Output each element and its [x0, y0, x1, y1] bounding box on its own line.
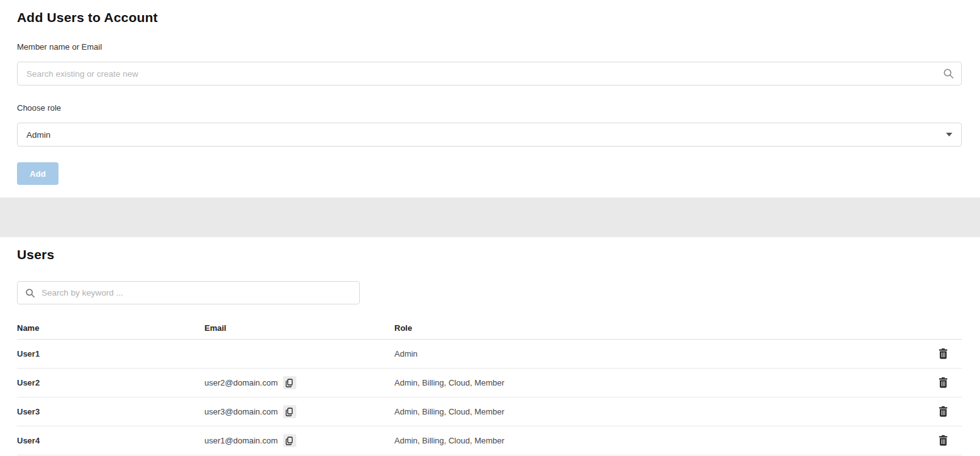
table-header-row: Name Email Role: [17, 317, 962, 340]
user-name: User3: [17, 407, 204, 416]
copy-icon: [286, 437, 294, 445]
table-row: User4 user1@domain.com Admin, Billing, C…: [17, 426, 962, 455]
user-email-cell: user1@domain.com: [204, 434, 394, 447]
header-role: Role: [394, 323, 924, 333]
delete-user-button[interactable]: [937, 434, 949, 447]
user-name: User2: [17, 378, 204, 387]
user-role: Admin, Billing, Cloud, Member: [394, 436, 924, 445]
header-name: Name: [17, 323, 204, 333]
chevron-down-icon: [946, 133, 952, 136]
copy-icon: [286, 408, 294, 416]
page-title: Add Users to Account: [17, 10, 962, 25]
header-email: Email: [204, 323, 394, 333]
add-users-section: Add Users to Account Member name or Emai…: [0, 10, 980, 185]
table-row: User3 user3@domain.com Admin, Billing, C…: [17, 398, 962, 426]
copy-email-button[interactable]: [283, 405, 296, 418]
trash-icon: [938, 377, 948, 388]
member-search-field: [17, 62, 962, 86]
table-body: User1 Admin: [17, 340, 962, 455]
users-section: Users Name Email Role User1: [0, 247, 980, 455]
users-search-field: [17, 281, 360, 304]
add-button[interactable]: Add: [17, 162, 58, 185]
delete-user-button[interactable]: [937, 405, 949, 418]
search-icon[interactable]: [943, 68, 954, 79]
table-row: User2 user2@domain.com Admin, Billing, C…: [17, 369, 962, 398]
section-divider-band: [0, 197, 980, 237]
search-icon: [25, 288, 35, 298]
delete-user-button[interactable]: [937, 376, 949, 389]
member-name-label: Member name or Email: [17, 42, 962, 52]
users-title: Users: [17, 247, 962, 262]
user-role: Admin: [394, 349, 924, 359]
user-email-cell: user2@domain.com: [204, 376, 394, 389]
trash-icon: [938, 348, 948, 359]
copy-email-button[interactable]: [283, 376, 296, 389]
trash-icon: [938, 435, 948, 446]
trash-icon: [938, 406, 948, 417]
table-row: User1 Admin: [17, 340, 962, 369]
user-email: user1@domain.com: [204, 436, 278, 445]
delete-user-button[interactable]: [937, 347, 949, 360]
role-selected-value: Admin: [26, 130, 50, 140]
copy-email-button[interactable]: [283, 434, 296, 447]
users-table: Name Email Role User1 Admin: [17, 317, 962, 455]
role-select[interactable]: Admin: [17, 123, 962, 147]
user-email: user3@domain.com: [204, 407, 278, 416]
user-email: user2@domain.com: [204, 378, 278, 387]
user-name: User1: [17, 349, 204, 359]
member-search-input[interactable]: [17, 62, 962, 86]
user-email-cell: user3@domain.com: [204, 405, 394, 418]
choose-role-label: Choose role: [17, 103, 962, 113]
copy-icon: [286, 379, 294, 387]
user-role: Admin, Billing, Cloud, Member: [394, 378, 924, 387]
user-role: Admin, Billing, Cloud, Member: [394, 407, 924, 416]
user-name: User4: [17, 436, 204, 445]
users-search-input[interactable]: [17, 281, 360, 304]
